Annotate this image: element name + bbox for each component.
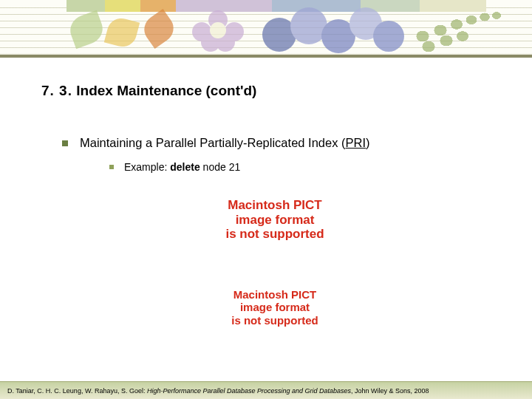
slide-content: 7. 3. Index Maintenance (cont'd) Maintai…	[0, 58, 532, 381]
bullet-level2-text: Example: delete node 21	[124, 161, 240, 173]
bullet-square-icon	[109, 165, 114, 169]
pict-error-message: Macintosh PICT image format is not suppo…	[201, 288, 349, 327]
bullet-level1-text: Maintaining a Parallel Partially-Replica…	[80, 136, 370, 150]
pict-line3: is not supported	[225, 227, 324, 241]
bullet-text-abbrev: PRI	[346, 136, 366, 149]
bullet2-bold: delete	[170, 161, 200, 173]
slide-banner	[0, 0, 532, 58]
pict-line1: Macintosh PICT	[233, 288, 317, 301]
bullet2-prefix: Example:	[124, 161, 170, 173]
footer-authors: D. Taniar, C. H. C. Leung, W. Rahayu, S.…	[7, 387, 147, 395]
pict-error-message: Macintosh PICT image format is not suppo…	[194, 198, 356, 242]
footer-title: High-Performance Parallel Database Proce…	[147, 387, 351, 395]
flower-icon	[192, 10, 244, 51]
bullet-level2: Example: delete node 21	[109, 161, 240, 173]
bullet2-suffix: node 21	[200, 161, 241, 173]
heading-number: 7. 3.	[41, 83, 72, 98]
fern-icon	[408, 2, 526, 57]
pict-line2: image format	[236, 213, 315, 227]
footer-publisher: , John Wiley & Sons, 2008	[351, 387, 429, 395]
bullet-square-icon	[62, 140, 68, 146]
pict-line2: image format	[240, 301, 310, 313]
pict-line3: is not supported	[231, 314, 318, 327]
bullet-text-prefix: Maintaining a Parallel Partially-Replica…	[80, 136, 346, 149]
slide-heading: 7. 3. Index Maintenance (cont'd)	[41, 83, 256, 99]
footer-citation: D. Taniar, C. H. C. Leung, W. Rahayu, S.…	[0, 387, 429, 395]
slide-footer: D. Taniar, C. H. C. Leung, W. Rahayu, S.…	[0, 381, 532, 399]
bullet-level1: Maintaining a Parallel Partially-Replica…	[62, 136, 370, 150]
heading-title: Index Maintenance (cont'd)	[76, 83, 256, 98]
hydrangea-icon	[262, 4, 410, 55]
pict-line1: Macintosh PICT	[228, 198, 322, 212]
bullet-text-suffix: )	[366, 136, 370, 149]
